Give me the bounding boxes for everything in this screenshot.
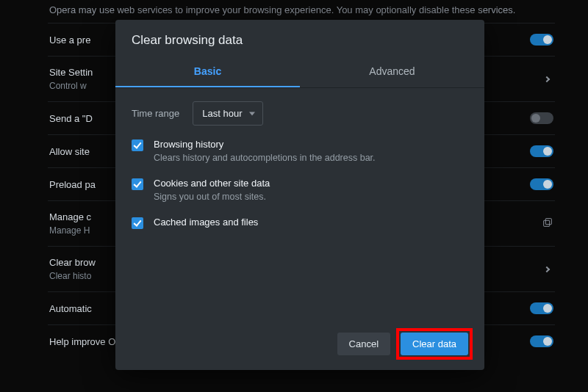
checkbox[interactable] bbox=[132, 178, 143, 190]
checkbox[interactable] bbox=[132, 139, 143, 151]
cancel-button[interactable]: Cancel bbox=[337, 333, 390, 355]
clear-option-title: Browsing history bbox=[154, 139, 376, 150]
clear-option-desc: Clears history and autocompletions in th… bbox=[154, 153, 376, 163]
clear-option-text: Cookies and other site dataSigns you out… bbox=[154, 178, 270, 202]
dialog-body: Time range Last hour Browsing historyCle… bbox=[115, 88, 484, 322]
checkbox[interactable] bbox=[132, 217, 143, 229]
dialog-footer: Cancel Clear data bbox=[115, 322, 484, 370]
time-range-row: Time range Last hour bbox=[132, 101, 468, 126]
dialog-title: Clear browsing data bbox=[115, 20, 484, 58]
time-range-value: Last hour bbox=[202, 108, 242, 119]
clear-option[interactable]: Cached images and files bbox=[132, 217, 468, 229]
time-range-label: Time range bbox=[132, 108, 179, 119]
clear-option[interactable]: Cookies and other site dataSigns you out… bbox=[132, 178, 468, 202]
clear-option[interactable]: Browsing historyClears history and autoc… bbox=[132, 139, 468, 163]
dialog-tabs: Basic Advanced bbox=[115, 58, 484, 88]
clear-option-text: Cached images and files bbox=[154, 217, 258, 229]
clear-data-button[interactable]: Clear data bbox=[401, 333, 468, 355]
time-range-select[interactable]: Last hour bbox=[193, 101, 263, 126]
tab-advanced[interactable]: Advanced bbox=[300, 58, 484, 87]
clear-browsing-data-dialog: Clear browsing data Basic Advanced Time … bbox=[115, 20, 484, 370]
clear-option-title: Cookies and other site data bbox=[154, 178, 270, 189]
clear-option-text: Browsing historyClears history and autoc… bbox=[154, 139, 376, 163]
clear-option-desc: Signs you out of most sites. bbox=[154, 192, 270, 202]
clear-option-title: Cached images and files bbox=[154, 217, 258, 228]
tab-basic[interactable]: Basic bbox=[115, 58, 300, 87]
